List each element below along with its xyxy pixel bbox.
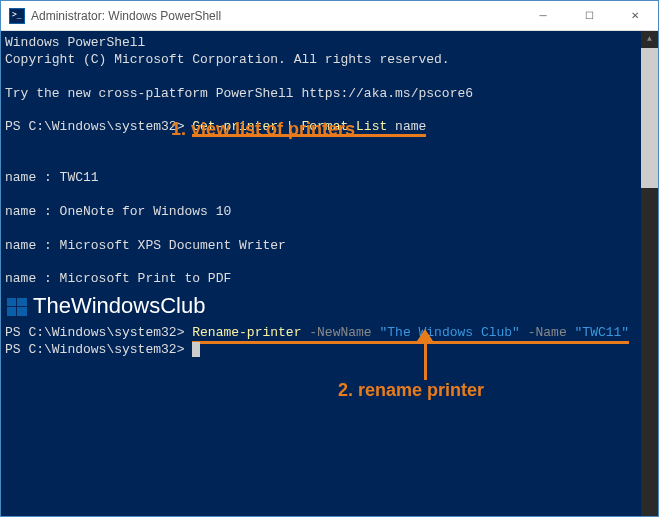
svg-rect-2	[7, 307, 16, 316]
terminal-area[interactable]: Windows PowerShell Copyright (C) Microso…	[1, 31, 658, 516]
scroll-thumb[interactable]	[641, 48, 658, 188]
window-controls: ─ ☐ ✕	[520, 1, 658, 30]
annotation-1: 1. view list of printers	[171, 118, 355, 141]
close-button[interactable]: ✕	[612, 1, 658, 30]
annotation-2: 2. rename printer	[338, 379, 484, 402]
command-arg-name: name	[387, 119, 426, 137]
thewindowsclub-logo: TheWindowsClub	[5, 288, 658, 325]
maximize-button[interactable]: ☐	[566, 1, 612, 30]
header-line-2: Copyright (C) Microsoft Corporation. All…	[5, 52, 658, 69]
prompt-path: PS C:\Windows\system32>	[5, 342, 192, 357]
window-titlebar: Administrator: Windows PowerShell ─ ☐ ✕	[1, 1, 658, 31]
prompt-path: PS C:\Windows\system32>	[5, 119, 192, 134]
param-newname: -NewName	[309, 325, 379, 340]
minimize-button[interactable]: ─	[520, 1, 566, 30]
param-name: -Name	[528, 325, 575, 340]
logo-text: TheWindowsClub	[33, 292, 205, 321]
header-line-1: Windows PowerShell	[5, 35, 658, 52]
svg-rect-0	[7, 298, 16, 306]
window-title: Administrator: Windows PowerShell	[31, 9, 520, 23]
blank-line	[5, 187, 658, 204]
windows-flag-icon	[5, 295, 29, 319]
powershell-icon	[9, 8, 25, 24]
cursor	[192, 342, 200, 357]
printer-name-2: name : OneNote for Windows 10	[5, 204, 658, 221]
value-newname: "The Windows Club"	[379, 325, 527, 340]
blank-line	[5, 69, 658, 86]
blank-line	[5, 103, 658, 120]
svg-rect-3	[17, 307, 27, 316]
scroll-up-button[interactable]: ▲	[641, 31, 658, 48]
svg-rect-1	[17, 298, 27, 306]
command-rename-printer: Rename-printer	[192, 325, 309, 340]
value-name: "TWC11"	[575, 325, 630, 340]
vertical-scrollbar[interactable]: ▲	[641, 31, 658, 516]
header-line-3: Try the new cross-platform PowerShell ht…	[5, 86, 658, 103]
blank-line	[5, 255, 658, 272]
blank-line	[5, 221, 658, 238]
printer-name-4: name : Microsoft Print to PDF	[5, 271, 658, 288]
prompt-path: PS C:\Windows\system32>	[5, 325, 192, 340]
printer-name-1: name : TWC11	[5, 170, 658, 187]
blank-line	[5, 153, 658, 170]
printer-name-3: name : Microsoft XPS Document Writer	[5, 238, 658, 255]
prompt-line-3: PS C:\Windows\system32>	[5, 342, 658, 359]
prompt-line-2: PS C:\Windows\system32> Rename-printer -…	[5, 325, 658, 342]
arrow-line-icon	[424, 334, 427, 380]
